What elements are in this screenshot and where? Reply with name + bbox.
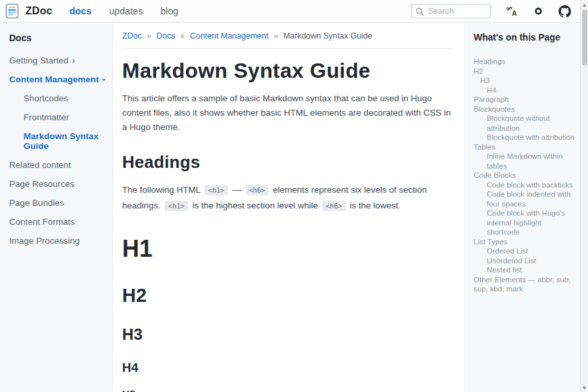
toc-item-headings[interactable]: Headings: [474, 57, 575, 67]
toc-item-h2[interactable]: H2: [474, 67, 575, 76]
zdoc-logo-icon[interactable]: [5, 3, 19, 19]
toc-item-ordered-list[interactable]: Ordered List: [474, 246, 575, 256]
sidebar-item-shortcodes[interactable]: Shortcodes: [9, 93, 107, 103]
breadcrumb-separator: »: [180, 31, 185, 41]
sample-heading-h4: H4: [122, 361, 454, 374]
toc-item-code-block-indented[interactable]: Code block indented with four spaces: [474, 189, 575, 208]
search-input[interactable]: [428, 7, 486, 16]
breadcrumb: ZDoc » Docs » Content Management » Markd…: [122, 31, 454, 41]
svg-text:A: A: [512, 9, 517, 17]
search-icon: [416, 7, 424, 16]
toc-item-other-elements[interactable]: Other Elements — abbr, sub, sup, kbd, ma…: [474, 275, 575, 294]
github-icon[interactable]: [559, 5, 571, 18]
inline-code-h1-tag: <h1>: [165, 201, 188, 211]
toc-item-tables[interactable]: Tables: [474, 142, 575, 152]
sidebar-item-getting-started[interactable]: Getting Started ›: [9, 56, 107, 65]
scrollbar-down-arrow-icon[interactable]: ▼: [581, 383, 588, 392]
breadcrumb-separator: »: [274, 31, 278, 41]
chevron-down-icon: ›: [101, 78, 107, 80]
sidebar-item-related-content[interactable]: Related content: [9, 160, 107, 170]
toc-item-list-types[interactable]: List Types: [474, 237, 575, 247]
breadcrumb-separator: »: [147, 31, 152, 41]
page-title: Markdown Syntax Guide: [122, 59, 454, 83]
toc-item-code-blocks[interactable]: Code Blocks: [474, 171, 575, 180]
vertical-scrollbar[interactable]: ▲ ▼: [580, 0, 588, 392]
brand-title[interactable]: ZDoc: [25, 5, 52, 17]
nav-link-updates[interactable]: updates: [109, 6, 143, 16]
breadcrumb-link-zdoc[interactable]: ZDoc: [122, 31, 142, 41]
section-heading-headings: Headings: [122, 152, 454, 172]
headings-paragraph: The following HTML <h1> — <h6> elements …: [122, 182, 454, 214]
toc-item-paragraph[interactable]: Paragraph: [474, 95, 575, 105]
toc-item-nested-list[interactable]: Nested list: [474, 265, 575, 275]
sample-heading-h5: H5: [122, 389, 454, 392]
inline-code-h1-tag: <h1>: [204, 185, 227, 195]
sample-heading-h3: H3: [122, 327, 454, 342]
breadcrumb-link-docs[interactable]: Docs: [157, 31, 175, 41]
docs-sidebar: Docs Getting Started › Content Managemen…: [0, 23, 113, 392]
toc-item-blockquote-with-attribution[interactable]: Blockquote with attribution: [474, 133, 575, 142]
main-content: ZDoc » Docs » Content Management » Markd…: [113, 23, 465, 392]
toc-item-unordered-list[interactable]: Unordered List: [474, 256, 575, 266]
toc-item-h3[interactable]: H3: [474, 76, 575, 86]
toc-title: What's on this Page: [474, 32, 575, 42]
toc-panel: What's on this Page Headings H2 H3 H4 Pa…: [465, 23, 580, 392]
search-box[interactable]: [411, 4, 491, 18]
page-body: Docs Getting Started › Content Managemen…: [0, 23, 580, 392]
app-window: ZDoc docs updates blog A: [0, 0, 580, 392]
sample-heading-h1: H1: [122, 237, 454, 261]
inline-code-h6-tag: <h6>: [246, 185, 269, 195]
breadcrumb-current: Markdown Syntax Guide: [284, 31, 372, 41]
scrollbar-up-arrow-icon[interactable]: ▲: [581, 0, 588, 9]
toc-item-code-block-highlight-shortcode[interactable]: Code block with Hugo's internal highligh…: [474, 208, 575, 237]
article-intro: This article offers a sample of basic Ma…: [122, 91, 454, 135]
toc-item-inline-markdown-within-tables[interactable]: Inline Markdown within tables: [474, 152, 575, 171]
sidebar-item-page-bundles[interactable]: Page Bundles: [9, 198, 107, 208]
scrollbar-thumb[interactable]: [582, 10, 587, 65]
toc-item-h4[interactable]: H4: [474, 86, 575, 95]
sidebar-item-image-processing[interactable]: Image Processing: [9, 236, 107, 246]
sidebar-item-content-management[interactable]: Content Management ›: [9, 74, 107, 84]
sidebar-item-page-resources[interactable]: Page Resources: [9, 179, 107, 189]
toc-item-blockquotes[interactable]: Blockquotes: [474, 105, 575, 114]
sample-heading-h2: H2: [122, 286, 454, 305]
primary-nav: docs updates blog: [69, 6, 178, 16]
nav-link-docs[interactable]: docs: [69, 6, 91, 16]
chevron-right-icon: ›: [73, 57, 75, 64]
toc-list: Headings H2 H3 H4 Paragraph Blockquotes …: [474, 57, 575, 294]
sidebar-item-content-formats[interactable]: Content Formats: [9, 217, 107, 227]
sidebar-title: Docs: [9, 33, 107, 43]
sidebar-item-frontmatter[interactable]: Frontmatter: [9, 112, 107, 122]
translate-icon[interactable]: A: [505, 5, 518, 17]
breadcrumb-link-content-management[interactable]: Content Management: [190, 31, 269, 41]
toc-item-blockquote-without-attribution[interactable]: Blockquote without attribution: [474, 114, 575, 133]
inline-code-h6-tag: <h6>: [322, 201, 345, 211]
settings-gear-icon[interactable]: [532, 5, 544, 17]
top-navbar: ZDoc docs updates blog A: [0, 0, 580, 23]
sidebar-item-markdown-syntax-guide[interactable]: Markdown Syntax Guide: [9, 131, 107, 151]
nav-link-blog[interactable]: blog: [161, 6, 178, 16]
breadcrumb-divider: [122, 48, 454, 49]
toc-item-code-block-with-backticks[interactable]: Code block with backticks: [474, 180, 575, 190]
